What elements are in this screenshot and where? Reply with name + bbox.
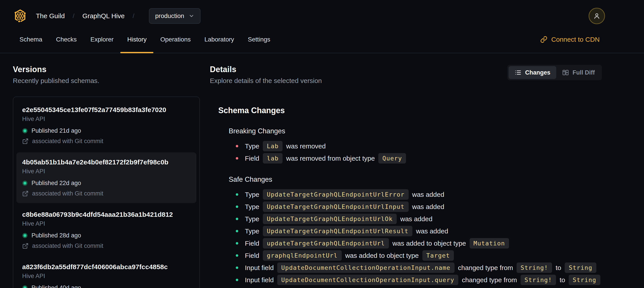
published-text: Published 22d ago — [32, 180, 81, 187]
versions-panel: Versions Recently published schemas. e2e… — [13, 65, 200, 288]
breaking-changes-list: TypeLabwas removedFieldlabwas removed fr… — [236, 141, 602, 164]
change-text: was removed from object type — [286, 155, 375, 162]
change-row: Fieldlabwas removed from object typeQuer… — [236, 153, 602, 164]
version-published: Published 21d ago — [22, 127, 190, 134]
top-bar: The Guild / GraphQL Hive / production — [0, 0, 644, 26]
details-title: Details — [210, 65, 322, 74]
change-row: FieldgraphqlEndpointUrlwas added to obje… — [236, 250, 602, 261]
version-git-commit-link[interactable]: associated with Git commit — [22, 242, 190, 249]
breaking-bullet-icon — [236, 145, 238, 147]
details-heading-block: Details Explore details of the selected … — [210, 65, 322, 85]
connect-to-cdn-button[interactable]: Connect to CDN — [540, 36, 600, 43]
breadcrumb-separator: / — [73, 13, 74, 20]
version-git-commit-link[interactable]: associated with Git commit — [22, 190, 190, 197]
change-row: Input fieldUpdateDocumentCollectionOpera… — [236, 275, 602, 285]
change-text: changed type from — [458, 264, 513, 271]
published-dot-icon — [24, 129, 26, 132]
safe-bullet-icon — [236, 230, 238, 232]
change-text: was added to object type — [392, 240, 466, 247]
versions-list: e2e55045345ce13fe07f52a77459b83fa3fe7020… — [13, 97, 200, 288]
connect-to-cdn-label: Connect to CDN — [551, 36, 600, 43]
section-title-breaking: Breaking Changes — [229, 127, 602, 135]
published-text: Published 21d ago — [32, 127, 81, 134]
code-chip: Query — [378, 153, 406, 164]
code-chip: String — [565, 262, 596, 273]
toggle-full-diff-label: Full Diff — [573, 69, 595, 76]
breadcrumb-org[interactable]: The Guild — [36, 12, 65, 20]
schema-changes: Schema Changes Breaking ChangesTypeLabwa… — [210, 106, 602, 285]
version-git-commit-link[interactable]: associated with Git commit — [22, 138, 190, 145]
code-chip: Lab — [263, 141, 282, 151]
code-chip: UpdateTargetGraphQLEndpointUrlError — [263, 189, 408, 200]
git-commit-text: associated with Git commit — [32, 190, 103, 197]
change-text: Field — [245, 155, 259, 162]
version-hash: a823f6db2a55df877dcf406006abca97fcc4858c — [22, 263, 190, 271]
version-hash: c8b6e88a06793b9c4dfd54aaa21b36a1b421d812 — [22, 211, 190, 218]
tab-schema[interactable]: Schema — [20, 26, 42, 53]
versions-subtitle: Recently published schemas. — [13, 77, 200, 85]
safe-bullet-icon — [236, 218, 238, 220]
published-dot-icon — [24, 286, 26, 288]
change-text: Input field — [245, 276, 274, 284]
code-chip: Target — [422, 250, 454, 261]
change-text: Type — [245, 142, 259, 150]
safe-bullet-icon — [236, 193, 238, 196]
chevron-down-icon — [188, 13, 194, 19]
version-card[interactable]: c8b6e88a06793b9c4dfd54aaa21b36a1b421d812… — [16, 205, 196, 255]
change-text: was added — [412, 191, 444, 198]
tab-history[interactable]: History — [127, 26, 146, 53]
details-subtitle: Explore details of the selected version — [210, 77, 322, 85]
details-header: Details Explore details of the selected … — [210, 65, 602, 85]
git-commit-text: associated with Git commit — [32, 138, 103, 145]
safe-bullet-icon — [236, 254, 238, 257]
change-row: TypeUpdateTargetGraphQLEndpointUrlInputw… — [236, 201, 602, 212]
change-text: changed type from — [462, 276, 517, 284]
change-text: was added — [412, 203, 444, 211]
change-text: Type — [245, 203, 259, 211]
change-row: FieldupdateTargetGraphQLEndpointUrlwas a… — [236, 238, 602, 248]
breaking-bullet-icon — [236, 157, 238, 160]
list-icon — [514, 69, 522, 76]
toggle-changes-label: Changes — [525, 69, 550, 76]
version-card[interactable]: e2e55045345ce13fe07f52a77459b83fa3fe7020… — [16, 100, 196, 151]
tab-operations[interactable]: Operations — [160, 26, 190, 53]
tab-checks[interactable]: Checks — [56, 26, 77, 53]
schema-changes-heading: Schema Changes — [218, 106, 602, 115]
code-chip: Mutation — [470, 238, 509, 248]
user-avatar-button[interactable] — [588, 8, 605, 24]
breadcrumb-separator: / — [133, 13, 134, 20]
external-link-icon — [22, 243, 28, 249]
version-card[interactable]: a823f6db2a55df877dcf406006abca97fcc4858c… — [16, 257, 196, 288]
columns-icon — [562, 69, 569, 76]
code-chip: UpdateTargetGraphQLEndpointUrlInput — [263, 201, 408, 212]
change-text: was removed — [286, 142, 326, 150]
version-hash: 4b05ab51b1b4a7e2e4b0ef82172f2b9f7ef98c0b — [22, 158, 190, 166]
tab-settings[interactable]: Settings — [248, 26, 270, 53]
hive-logo-icon[interactable] — [13, 9, 28, 23]
code-chip: updateTargetGraphQLEndpointUrl — [263, 238, 389, 248]
safe-bullet-icon — [236, 279, 238, 281]
tab-explorer[interactable]: Explorer — [90, 26, 114, 53]
toggle-changes-button[interactable]: Changes — [508, 66, 556, 79]
tab-laboratory[interactable]: Laboratory — [204, 26, 234, 53]
safe-bullet-icon — [236, 266, 238, 269]
schema-changes-sections: Breaking ChangesTypeLabwas removedFieldl… — [218, 127, 602, 285]
published-text: Published 28d ago — [32, 232, 81, 239]
safe-changes-list: TypeUpdateTargetGraphQLEndpointUrlErrorw… — [236, 189, 602, 285]
code-chip: UpdateTargetGraphQLEndpointUrlResult — [263, 226, 412, 236]
code-chip: String! — [520, 275, 556, 285]
change-text: was added to object type — [345, 252, 419, 259]
breadcrumb-project[interactable]: GraphQL Hive — [82, 12, 125, 20]
version-published: Published 22d ago — [22, 180, 190, 187]
view-toggle: Changes Full Diff — [507, 65, 602, 80]
code-chip: UpdateTargetGraphQLEndpointUrlOk — [263, 214, 397, 224]
version-card[interactable]: 4b05ab51b1b4a7e2e4b0ef82172f2b9f7ef98c0b… — [16, 152, 196, 203]
target-dropdown[interactable]: production — [149, 8, 200, 24]
person-icon — [593, 12, 601, 20]
change-text: Field — [245, 240, 259, 247]
version-service: Hive API — [22, 168, 190, 175]
toggle-full-diff-button[interactable]: Full Diff — [556, 66, 600, 79]
code-chip: UpdateDocumentCollectionOperationInput.q… — [277, 275, 458, 285]
code-chip: String — [569, 275, 600, 285]
change-text: to — [556, 264, 561, 271]
